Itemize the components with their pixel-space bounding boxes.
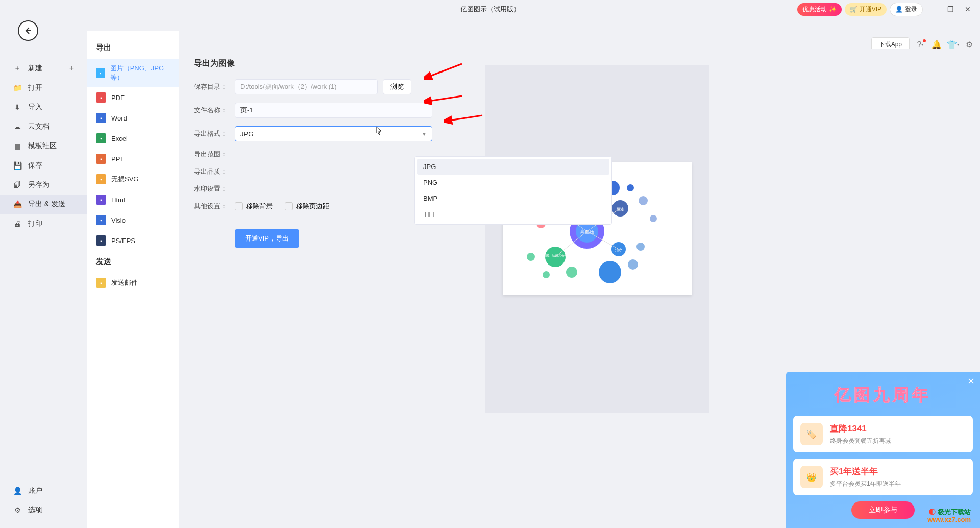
- svg-point-20: [636, 243, 645, 251]
- svg-point-18: [599, 261, 621, 283]
- send-section-head: 发送: [87, 251, 179, 273]
- promo-card-2[interactable]: 👑 买1年送半年多平台会员买1年即送半年: [793, 459, 973, 495]
- format-select[interactable]: JPG ▼: [235, 126, 432, 141]
- export-format-item[interactable]: ▪发送邮件: [87, 273, 179, 293]
- minimize-button[interactable]: —: [926, 2, 940, 16]
- promo-button[interactable]: 优惠活动✨: [797, 3, 842, 16]
- promo-card-1[interactable]: 🏷️ 直降1341终身会员套餐五折再减: [793, 416, 973, 452]
- cloud-icon: ☁: [13, 122, 22, 131]
- svg-point-16: [639, 196, 648, 205]
- label-watermark: 水印设置：: [194, 184, 235, 194]
- svg-point-21: [527, 253, 535, 261]
- browse-button[interactable]: 浏览: [383, 79, 411, 94]
- primary-sidebar: ＋新建+📁打开⬇导入☁云文档▦模板社区💾保存🗐另存为📤导出 & 发送🖨打印 👤账…: [0, 54, 87, 528]
- format-option[interactable]: JPG: [417, 159, 609, 175]
- export-sidebar: 导出 ▪图片（PNG、JPG等）▪PDF▪Word▪Excel▪PPT▪无损SV…: [87, 31, 179, 528]
- preview-pane: 高血压 症状 概述 病因、诊断和分类 治疗: [485, 65, 709, 413]
- promo-title: 亿图九周年: [793, 384, 973, 406]
- chevron-down-icon: ▼: [422, 131, 427, 137]
- sidebar-item-print[interactable]: 🖨打印: [0, 214, 87, 233]
- back-button[interactable]: [18, 20, 38, 41]
- format-dropdown: JPGPNGBMPTIFF: [414, 156, 612, 225]
- dir-input[interactable]: [235, 79, 378, 94]
- promo-popup: ✕ 亿图九周年 🏷️ 直降1341终身会员套餐五折再减 👑 买1年送半年多平台会…: [786, 372, 980, 528]
- sidebar-item-export[interactable]: 📤导出 & 发送: [0, 195, 87, 214]
- label-dir: 保存目录：: [194, 82, 235, 91]
- svg-point-17: [650, 215, 657, 222]
- file-icon: ▪: [96, 68, 105, 78]
- plus-icon[interactable]: +: [69, 64, 74, 73]
- folder-icon: 📁: [13, 83, 22, 92]
- label-other: 其他设置：: [194, 202, 235, 211]
- vip-button[interactable]: 🛒开通VIP: [845, 3, 887, 16]
- svg-text:病因、诊断和分类: 病因、诊断和分类: [543, 254, 568, 257]
- export-format-item[interactable]: ▪PS/EPS: [87, 230, 179, 251]
- export-format-item[interactable]: ▪Visio: [87, 210, 179, 230]
- export-format-item[interactable]: ▪图片（PNG、JPG等）: [87, 59, 179, 87]
- arrow-left-icon: [23, 26, 33, 36]
- user-icon: 👤: [895, 6, 903, 13]
- sidebar-item-label: 打开: [28, 83, 42, 92]
- sidebar-item-label: 打印: [28, 219, 42, 228]
- sidebar-item-gear[interactable]: ⚙选项: [0, 500, 87, 520]
- format-option[interactable]: BMP: [417, 190, 609, 206]
- svg-point-23: [566, 267, 577, 278]
- export-button[interactable]: 开通VIP，导出: [235, 229, 299, 248]
- sidebar-item-label: 保存: [28, 161, 42, 170]
- sidebar-item-save[interactable]: 💾保存: [0, 156, 87, 175]
- sidebar-item-import[interactable]: ⬇导入: [0, 98, 87, 117]
- save-icon: 💾: [13, 161, 22, 170]
- checkbox-removebg[interactable]: [235, 202, 243, 210]
- checkbox-removepad[interactable]: [285, 202, 293, 210]
- sidebar-item-plus[interactable]: ＋新建+: [0, 59, 87, 78]
- export-format-item[interactable]: ▪Word: [87, 108, 179, 128]
- sale-icon: 🏷️: [800, 423, 823, 445]
- sidebar-item-saveas[interactable]: 🗐另存为: [0, 175, 87, 195]
- file-icon: ▪: [96, 92, 106, 103]
- label-format: 导出格式：: [194, 129, 235, 138]
- file-icon: ▪: [96, 278, 106, 288]
- sidebar-item-user[interactable]: 👤账户: [0, 481, 87, 500]
- sidebar-item-label: 导入: [28, 103, 42, 112]
- format-option[interactable]: TIFF: [417, 206, 609, 222]
- sidebar-item-label: 云文档: [28, 122, 50, 131]
- cart-icon: 🛒: [850, 6, 857, 13]
- saveas-icon: 🗐: [13, 180, 22, 189]
- export-format-item[interactable]: ▪Html: [87, 189, 179, 210]
- login-button[interactable]: 👤登录: [890, 3, 923, 16]
- export-icon: 📤: [13, 200, 22, 209]
- svg-point-15: [627, 184, 634, 191]
- maximize-button[interactable]: ❐: [943, 2, 958, 16]
- sidebar-item-folder[interactable]: 📁打开: [0, 78, 87, 98]
- promo-join-button[interactable]: 立即参与: [851, 501, 915, 519]
- file-icon: ▪: [96, 133, 106, 143]
- watermark: ◐ 极光下载站 www.xz7.com: [927, 508, 971, 524]
- sidebar-item-label: 导出 & 发送: [28, 200, 65, 209]
- file-icon: ▪: [96, 195, 106, 205]
- label-removebg: 移除背景: [246, 202, 273, 211]
- sidebar-item-label: 另存为: [28, 180, 50, 189]
- file-icon: ▪: [96, 154, 106, 164]
- sidebar-item-label: 模板社区: [28, 141, 57, 151]
- filename-input[interactable]: [235, 103, 432, 118]
- sparkle-icon: ✨: [829, 6, 837, 13]
- svg-text:高血压: 高血压: [580, 229, 594, 234]
- promo-close-button[interactable]: ✕: [967, 376, 975, 387]
- file-icon: ▪: [96, 235, 106, 246]
- svg-point-19: [628, 259, 638, 270]
- file-icon: ▪: [96, 215, 106, 225]
- close-button[interactable]: ✕: [961, 2, 975, 16]
- import-icon: ⬇: [13, 103, 22, 112]
- export-format-item[interactable]: ▪PDF: [87, 87, 179, 108]
- sidebar-item-label: 新建: [28, 64, 42, 73]
- user-icon: 👤: [13, 486, 22, 495]
- templates-icon: ▦: [13, 141, 22, 151]
- svg-point-22: [543, 271, 550, 278]
- sidebar-item-cloud[interactable]: ☁云文档: [0, 117, 87, 136]
- export-format-item[interactable]: ▪无损SVG: [87, 169, 179, 189]
- format-option[interactable]: PNG: [417, 175, 609, 190]
- export-format-item[interactable]: ▪PPT: [87, 149, 179, 169]
- plus-icon: ＋: [13, 64, 22, 73]
- sidebar-item-templates[interactable]: ▦模板社区: [0, 136, 87, 156]
- export-format-item[interactable]: ▪Excel: [87, 128, 179, 149]
